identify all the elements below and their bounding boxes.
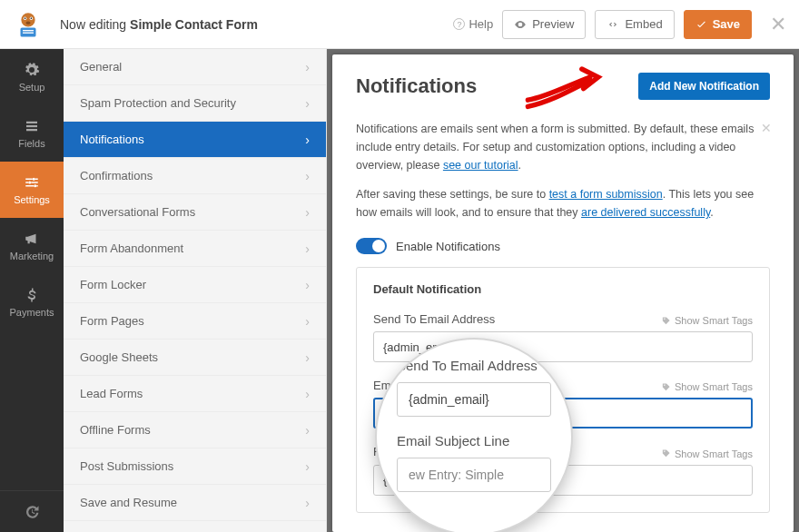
- sidebar-item-label: Form Abandonment: [80, 241, 183, 255]
- svg-rect-9: [26, 122, 37, 123]
- svg-rect-10: [26, 125, 37, 127]
- mag-v2: ew Entry: Simple: [397, 458, 551, 492]
- sidebar-item-label: Conversational Forms: [80, 205, 195, 219]
- sidebar-item-post-submissions[interactable]: Post Submissions›: [64, 448, 326, 485]
- svg-rect-7: [23, 29, 34, 30]
- notice2a: After saving these settings, be sure to: [356, 188, 549, 201]
- chevron-right-icon: ›: [305, 169, 310, 183]
- sidebar-item-label: General: [80, 60, 122, 74]
- mag-v1: {admin_email}: [397, 382, 551, 417]
- sidebar-item-form-pages[interactable]: Form Pages›: [64, 303, 326, 340]
- smart-tags-from[interactable]: Show Smart Tags: [661, 448, 753, 459]
- sidebar-item-save-and-resume[interactable]: Save and Resume›: [64, 485, 326, 521]
- notice-1: ✕ Notifications are emails sent when a f…: [356, 120, 770, 174]
- chevron-right-icon: ›: [305, 314, 310, 329]
- notice1-text: Notifications are emails sent when a for…: [356, 123, 754, 172]
- save-button[interactable]: Save: [684, 10, 752, 39]
- sidebar-item-form-locker[interactable]: Form Locker›: [64, 267, 326, 303]
- svg-point-14: [34, 184, 36, 187]
- svg-point-3: [25, 17, 26, 19]
- rail-settings-label: Settings: [14, 194, 50, 205]
- check-icon: [695, 18, 707, 30]
- rail-payments-label: Payments: [10, 307, 54, 318]
- rail-marketing-label: Marketing: [10, 251, 54, 261]
- notice-2: After saving these settings, be sure to …: [356, 185, 770, 222]
- sliders-icon: [24, 174, 40, 191]
- smart-tags-subject[interactable]: Show Smart Tags: [661, 381, 753, 392]
- bullhorn-icon: [24, 231, 40, 247]
- canvas-wrap: Notifications Add New Notification ✕ Not…: [327, 49, 799, 532]
- delivered-link[interactable]: are delivered successfully: [581, 206, 710, 219]
- chevron-right-icon: ›: [305, 387, 310, 401]
- close-button[interactable]: ✕: [770, 13, 786, 36]
- sidebar-item-label: Form Locker: [80, 278, 146, 291]
- sidebar-item-conversational-forms[interactable]: Conversational Forms›: [64, 194, 326, 231]
- sidebar-item-offline-forms[interactable]: Offline Forms›: [64, 412, 326, 448]
- main-area: Setup Fields Settings Marketing Payments…: [0, 49, 799, 532]
- svg-point-4: [31, 17, 33, 19]
- tag-icon: [661, 382, 671, 392]
- help-link[interactable]: ? Help: [449, 17, 493, 31]
- smart-tags-sendto[interactable]: Show Smart Tags: [661, 315, 753, 326]
- sidebar-item-label: Lead Forms: [80, 387, 143, 400]
- chevron-right-icon: ›: [305, 96, 310, 111]
- add-notification-button[interactable]: Add New Notification: [638, 73, 770, 100]
- chevron-right-icon: ›: [305, 459, 310, 474]
- notification-panel: Default Notification Send To Email Addre…: [356, 267, 770, 513]
- sidebar-item-lead-forms[interactable]: Lead Forms›: [64, 376, 326, 412]
- test-submission-link[interactable]: test a form submission: [549, 188, 663, 201]
- sidebar-item-spam-protection-and-security[interactable]: Spam Protection and Security›: [64, 85, 326, 122]
- chevron-right-icon: ›: [305, 278, 310, 292]
- nav-rail: Setup Fields Settings Marketing Payments: [0, 49, 64, 532]
- preview-label: Preview: [532, 17, 574, 31]
- sidebar-item-label: Post Submissions: [80, 459, 173, 473]
- sidebar-item-label: Form Pages: [80, 314, 144, 328]
- svg-point-5: [25, 21, 30, 24]
- panel-title: Default Notification: [373, 282, 753, 296]
- mag-h1: Send To Email Address: [397, 358, 551, 373]
- chevron-right-icon: ›: [305, 496, 310, 510]
- chevron-right-icon: ›: [305, 241, 310, 256]
- rail-settings[interactable]: Settings: [0, 162, 64, 218]
- tutorial-link[interactable]: see our tutorial: [443, 159, 518, 172]
- sidebar-item-label: Spam Protection and Security: [80, 96, 236, 110]
- page-title: Notifications: [356, 74, 477, 98]
- sidebar-item-label: Google Sheets: [80, 350, 158, 364]
- eye-icon: [514, 18, 527, 31]
- save-label: Save: [713, 17, 740, 31]
- rail-marketing[interactable]: Marketing: [0, 218, 64, 274]
- rail-fields-label: Fields: [18, 138, 44, 149]
- settings-canvas: Notifications Add New Notification ✕ Not…: [332, 54, 794, 532]
- magnifier-annotation: Send To Email Address {admin_email} Emai…: [375, 338, 573, 533]
- notice-close[interactable]: ✕: [761, 118, 772, 138]
- sidebar-item-label: Offline Forms: [80, 423, 151, 437]
- rail-fields[interactable]: Fields: [0, 105, 64, 162]
- rail-payments[interactable]: Payments: [0, 274, 64, 330]
- preview-button[interactable]: Preview: [502, 10, 586, 39]
- svg-point-13: [28, 182, 31, 184]
- send-to-label: Send To Email Address: [373, 312, 495, 326]
- editing-prefix: Now editing: [60, 17, 126, 32]
- code-icon: [607, 18, 619, 31]
- settings-sidebar: General›Spam Protection and Security›Not…: [64, 49, 327, 532]
- editing-label: Now editing Simple Contact Form: [60, 17, 258, 32]
- sidebar-item-general[interactable]: General›: [64, 49, 326, 85]
- enable-notifications-label: Enable Notifications: [396, 240, 500, 253]
- app-logo: [13, 9, 44, 40]
- sidebar-item-google-sheets[interactable]: Google Sheets›: [64, 340, 326, 376]
- rail-history[interactable]: [0, 490, 64, 532]
- tag-icon: [661, 316, 671, 326]
- sidebar-item-confirmations[interactable]: Confirmations›: [64, 158, 326, 194]
- svg-point-0: [21, 13, 35, 26]
- enable-notifications-toggle[interactable]: [356, 238, 387, 254]
- tag-icon: [661, 448, 671, 458]
- sidebar-item-label: Confirmations: [80, 169, 153, 182]
- history-icon: [24, 504, 40, 520]
- fields-icon: [24, 118, 40, 134]
- chevron-right-icon: ›: [305, 423, 310, 438]
- embed-button[interactable]: Embed: [595, 10, 674, 39]
- sidebar-item-notifications[interactable]: Notifications›: [64, 122, 326, 158]
- chevron-right-icon: ›: [305, 60, 310, 74]
- rail-setup[interactable]: Setup: [0, 49, 64, 105]
- sidebar-item-form-abandonment[interactable]: Form Abandonment›: [64, 231, 326, 267]
